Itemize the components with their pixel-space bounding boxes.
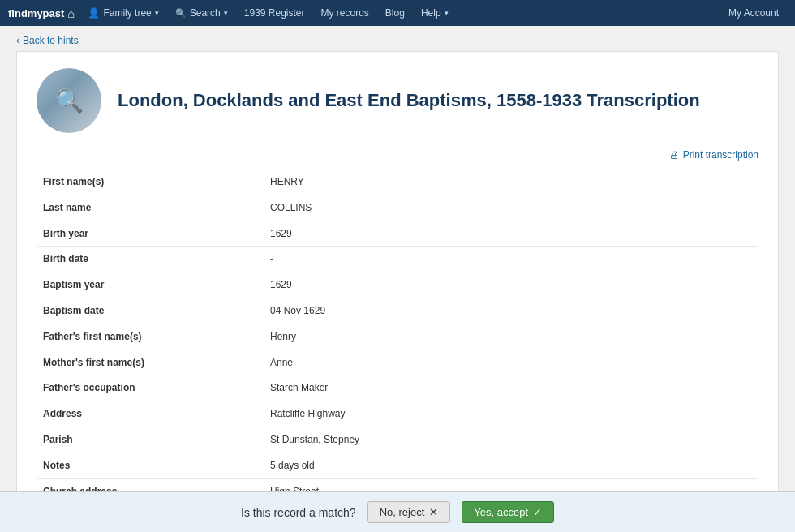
record-thumbnail: 🔍 — [37, 68, 101, 133]
table-row: Father's first name(s) Henry — [37, 324, 758, 350]
accept-label: Yes, accept — [474, 506, 528, 518]
table-row: Father's occupation Starch Maker — [37, 375, 758, 401]
field-label: Address — [37, 401, 264, 427]
accept-button[interactable]: Yes, accept ✓ — [462, 501, 554, 523]
logo-text: findmypast — [8, 7, 64, 19]
nav-help-label: Help — [421, 7, 441, 19]
nav-family-tree[interactable]: 👤 Family tree ▾ — [80, 0, 166, 26]
field-value: 5 days old — [264, 453, 758, 478]
record-image-icon: 🔍 — [55, 88, 84, 114]
record-title: London, Docklands and East End Baptisms,… — [118, 90, 700, 111]
field-value: Henry — [264, 324, 758, 350]
print-transcription-link[interactable]: 🖨 Print transcription — [669, 149, 758, 161]
table-row: Last name COLLINS — [37, 195, 758, 221]
field-label: Father's first name(s) — [37, 324, 264, 350]
print-icon: 🖨 — [669, 149, 679, 161]
field-label: Baptism date — [37, 298, 264, 324]
nav-search[interactable]: 🔍 Search ▾ — [167, 0, 236, 26]
chevron-left-icon: ‹ — [16, 35, 19, 46]
field-value: St Dunstan, Stepney — [264, 427, 758, 453]
field-label: Birth date — [37, 247, 264, 272]
table-row: Address Ratcliffe Highway — [37, 401, 758, 427]
table-row: Baptism date 04 Nov 1629 — [37, 298, 758, 324]
field-label: Father's occupation — [37, 375, 264, 401]
field-value: - — [264, 247, 758, 272]
reject-icon: ✕ — [429, 506, 438, 518]
field-label: Last name — [37, 195, 264, 221]
back-link-container: ‹ Back to hints — [0, 26, 795, 51]
my-account-button[interactable]: My Account — [720, 7, 787, 19]
nav-my-records-label: My records — [321, 7, 369, 19]
field-value: COLLINS — [264, 195, 758, 221]
field-value: Anne — [264, 350, 758, 375]
table-row: First name(s) HENRY — [37, 169, 758, 195]
field-value: 04 Nov 1629 — [264, 298, 758, 324]
field-value: 1629 — [264, 272, 758, 298]
record-header: 🔍 London, Docklands and East End Baptism… — [37, 68, 758, 133]
field-label: Notes — [37, 453, 264, 478]
field-label: First name(s) — [37, 169, 264, 195]
print-row: 🖨 Print transcription — [37, 149, 758, 161]
nav-search-label: Search — [190, 7, 221, 19]
chevron-down-icon: ▾ — [155, 9, 159, 17]
nav-blog[interactable]: Blog — [377, 0, 413, 26]
field-label: Birth year — [37, 221, 264, 247]
chevron-down-icon: ▾ — [445, 9, 449, 17]
reject-label: No, reject — [380, 506, 425, 518]
nav-family-tree-label: Family tree — [103, 7, 151, 19]
reject-button[interactable]: No, reject ✕ — [367, 501, 451, 523]
nav-my-records[interactable]: My records — [313, 0, 377, 26]
field-label: Baptism year — [37, 272, 264, 298]
table-row: Mother's first name(s) Anne — [37, 350, 758, 375]
record-card: 🔍 London, Docklands and East End Baptism… — [16, 51, 779, 532]
nav-1939-register[interactable]: 1939 Register — [236, 0, 313, 26]
nav-help[interactable]: Help ▾ — [413, 0, 457, 26]
table-row: Birth date - — [37, 247, 758, 272]
field-value: Ratcliffe Highway — [264, 401, 758, 427]
table-row: Notes 5 days old — [37, 453, 758, 478]
field-value: Starch Maker — [264, 375, 758, 401]
accept-icon: ✓ — [533, 506, 542, 518]
site-logo[interactable]: findmypast ⌂ — [8, 6, 75, 20]
field-value: 1629 — [264, 221, 758, 247]
field-label: Parish — [37, 427, 264, 453]
nav-blog-label: Blog — [385, 7, 405, 19]
table-row: Baptism year 1629 — [37, 272, 758, 298]
home-icon[interactable]: ⌂ — [67, 6, 75, 20]
nav-1939-label: 1939 Register — [244, 7, 305, 19]
record-fields-table: First name(s) HENRY Last name COLLINS Bi… — [37, 169, 758, 532]
back-to-hints-link[interactable]: ‹ Back to hints — [16, 35, 79, 46]
table-row: Parish St Dunstan, Stepney — [37, 427, 758, 453]
main-nav: findmypast ⌂ 👤 Family tree ▾ 🔍 Search ▾ … — [0, 0, 795, 26]
field-value: HENRY — [264, 169, 758, 195]
chevron-down-icon: ▾ — [224, 9, 228, 17]
match-bar: Is this record a match? No, reject ✕ Yes… — [0, 491, 795, 532]
table-row: Birth year 1629 — [37, 221, 758, 247]
field-label: Mother's first name(s) — [37, 350, 264, 375]
match-question: Is this record a match? — [241, 506, 356, 519]
